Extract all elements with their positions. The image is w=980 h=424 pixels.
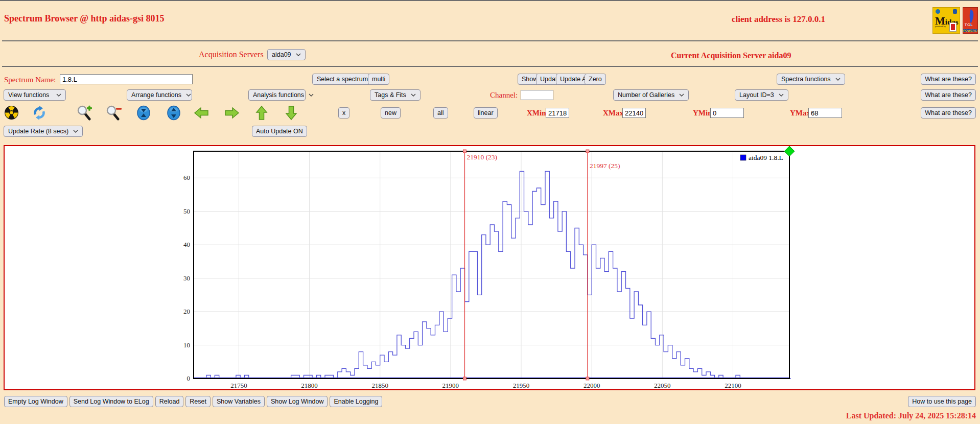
chevron-down-icon (56, 93, 61, 97)
x-tick-label: 22050 (654, 382, 671, 389)
chart-panel: 2175021800218502190021950220002205022100… (4, 145, 975, 390)
y-tick-label: 0 (187, 374, 191, 382)
marker-handle-top[interactable] (463, 150, 466, 153)
enable-logging-button[interactable]: Enable Logging (330, 396, 382, 407)
expand-vertical-icon[interactable] (167, 105, 181, 123)
x-tick-label: 21900 (442, 382, 459, 389)
arrow-down-icon[interactable] (284, 105, 298, 123)
linear-button[interactable]: linear (474, 107, 498, 119)
chevron-down-icon (779, 93, 784, 97)
show-variables-button[interactable]: Show Variables (213, 396, 265, 407)
xmax-input[interactable] (622, 108, 646, 118)
spectrum-browser-page: Spectrum Browser @ http aidas-gsi 8015 c… (0, 0, 980, 424)
marker-label: 21997 (25) (590, 162, 620, 170)
arrange-functions-value: Arrange functions (131, 91, 181, 99)
send-log-to-elog-button[interactable]: Send Log Window to ELog (69, 396, 153, 407)
reset-button[interactable]: Reset (185, 396, 211, 407)
arrow-up-glyph (254, 105, 269, 121)
x-tick-label: 21750 (230, 382, 247, 389)
zero-button[interactable]: Zero (585, 74, 606, 85)
empty-log-window-button[interactable]: Empty Log Window (4, 396, 67, 407)
chevron-down-icon (73, 130, 78, 133)
what-are-these-button-2[interactable]: What are these? (921, 89, 976, 101)
what-are-these-button-3[interactable]: What are these? (921, 107, 976, 119)
number-of-galleries-value: Number of Galleries (618, 91, 674, 99)
arrow-down-glyph (284, 105, 298, 121)
spectra-functions-dropdown[interactable]: Spectra functions (777, 74, 845, 85)
refresh-icon[interactable] (32, 105, 47, 123)
compress-vertical-icon[interactable] (136, 105, 151, 123)
arrow-left-icon[interactable] (193, 106, 209, 122)
arrange-functions-dropdown[interactable]: Arrange functions (127, 89, 192, 101)
expand-vertical-glyph (167, 105, 181, 121)
radiation-glyph (4, 105, 19, 120)
ymax-input[interactable] (808, 108, 842, 118)
zoom-in-glyph (77, 105, 93, 121)
all-button[interactable]: all (433, 107, 448, 119)
chevron-down-icon (835, 78, 841, 81)
midas-powered-by-text: powered by (935, 25, 946, 28)
tags-fits-dropdown[interactable]: Tags & Fits (370, 89, 421, 101)
xmin-input[interactable] (546, 108, 569, 118)
update-rate-dropdown[interactable]: Update Rate (8 secs) (4, 126, 83, 137)
acquisition-server-select[interactable]: aida09 (267, 49, 306, 60)
view-functions-dropdown[interactable]: View functions (4, 89, 66, 101)
chevron-down-icon (186, 93, 191, 97)
tcl-powered-logo[interactable]: TCL POWERED (963, 7, 978, 34)
x-tick-label: 22000 (584, 382, 600, 389)
marker-handle-top[interactable] (586, 150, 589, 153)
y-tick-label: 20 (183, 308, 190, 315)
tcl-logo-sub-text: POWERED (963, 29, 977, 32)
x-tick-label: 21850 (371, 382, 388, 389)
arrow-up-icon[interactable] (254, 105, 269, 123)
chevron-down-icon (296, 53, 301, 56)
new-button[interactable]: new (381, 107, 401, 119)
xmax-label: XMax (603, 109, 623, 117)
what-are-these-button-1[interactable]: What are these? (921, 74, 976, 85)
divider (2, 66, 978, 67)
how-to-use-button[interactable]: How to use this page (908, 396, 976, 407)
ymin-input[interactable] (710, 108, 744, 118)
channel-input[interactable] (521, 90, 553, 100)
midas-logo-shield (953, 9, 957, 14)
arrow-right-glyph (224, 106, 240, 120)
multi-button[interactable]: multi (368, 74, 389, 85)
radiation-icon[interactable] (4, 105, 19, 122)
analysis-functions-dropdown[interactable]: Analysis functions (248, 89, 306, 101)
chevron-down-icon (411, 93, 416, 97)
histogram-trace (194, 171, 791, 379)
corner-handle-diamond[interactable] (784, 146, 795, 156)
marker-handle-bottom[interactable] (463, 377, 466, 380)
analysis-functions-value: Analysis functions (253, 91, 304, 99)
show-log-window-button[interactable]: Show Log Window (267, 396, 328, 407)
current-server-text: Current Acquisition Server aida09 (671, 51, 791, 60)
legend-label: aida09 1.8.L (749, 154, 783, 161)
x-axis-button[interactable]: x (338, 107, 349, 119)
zoom-in-icon[interactable] (77, 105, 93, 123)
select-spectrum-value: Select a spectrum (317, 76, 368, 83)
spectrum-name-input[interactable] (60, 74, 193, 84)
y-tick-label: 30 (183, 274, 190, 282)
acquisition-server-select-value: aida09 (272, 51, 291, 58)
marker-handle-bottom[interactable] (586, 377, 589, 380)
layout-id-dropdown[interactable]: Layout ID=3 (735, 89, 788, 101)
tcl-logo-text: TCL (965, 23, 973, 27)
arrow-left-glyph (193, 106, 209, 120)
divider (2, 40, 978, 41)
arrow-right-icon[interactable] (224, 106, 240, 122)
layout-id-value: Layout ID=3 (739, 91, 774, 99)
spectrum-chart[interactable]: 2175021800218502190021950220002205022100… (5, 146, 974, 389)
tags-fits-value: Tags & Fits (375, 91, 406, 99)
midas-logo[interactable]: Midas powered by (932, 7, 960, 34)
y-tick-label: 60 (183, 174, 190, 181)
number-of-galleries-dropdown[interactable]: Number of Galleries (613, 89, 689, 101)
xmin-label: XMin (527, 109, 546, 117)
auto-update-button[interactable]: Auto Update ON (252, 126, 307, 137)
zoom-out-icon[interactable] (106, 105, 123, 123)
acquisition-servers-label: Acquisition Servers (199, 50, 264, 59)
reload-button[interactable]: Reload (155, 396, 184, 407)
ymin-label: YMin (693, 109, 712, 117)
compress-vertical-glyph (136, 105, 151, 121)
y-tick-label: 40 (183, 241, 190, 248)
refresh-glyph (32, 105, 47, 121)
